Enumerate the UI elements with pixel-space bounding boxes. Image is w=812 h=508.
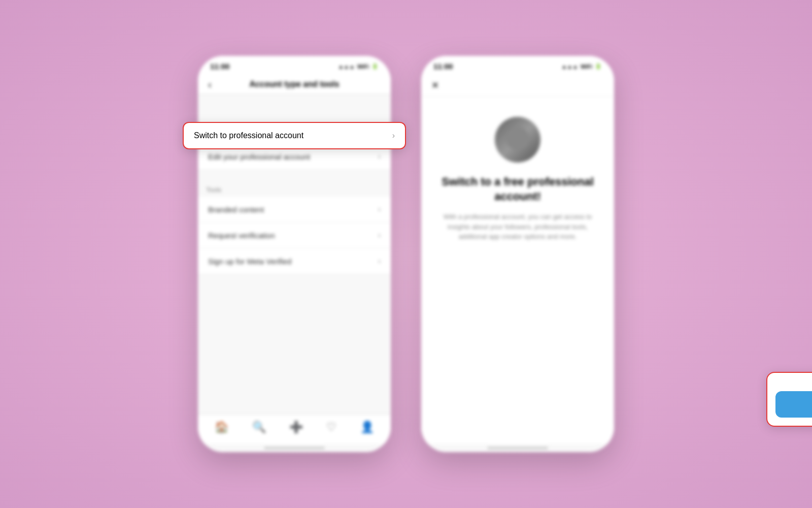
nav-title-1: Account type and tools — [250, 80, 340, 89]
battery-icon: 🔋 — [371, 63, 379, 70]
bottom-nav-1: 🏠 🔍 ➕ ♡ 👤 — [198, 414, 391, 444]
chevron-icon-3: › — [378, 231, 381, 240]
chevron-icon-1: › — [378, 152, 381, 161]
status-time-2: 11:00 — [433, 62, 453, 71]
menu-item-verification-label: Request verification — [208, 231, 275, 240]
section-label-tools: Tools — [198, 178, 391, 197]
wifi-icon: WiFi — [357, 64, 369, 70]
wifi-icon-2: WiFi — [581, 64, 592, 70]
highlight-box-1[interactable]: Switch to professional account › — [183, 122, 406, 149]
home-indicator-1 — [264, 447, 325, 449]
avatar-image — [495, 117, 540, 163]
profile-icon[interactable]: 👤 — [360, 421, 374, 434]
phone2: 11:00 ▲▲▲ WiFi 🔋 ✕ Switch to a free prof… — [421, 56, 614, 452]
promo-title: Switch to a free professional account! — [436, 175, 599, 204]
menu-item-edit-label: Edit your professional account — [208, 152, 310, 161]
chevron-icon-2: › — [378, 205, 381, 214]
home-indicator-2 — [487, 447, 548, 449]
phone2-wrapper: 11:00 ▲▲▲ WiFi 🔋 ✕ Switch to a free prof… — [421, 56, 614, 452]
chevron-icon-4: › — [378, 257, 381, 266]
battery-icon-2: 🔋 — [595, 63, 602, 70]
menu-section-2: Branded content › Request verification ›… — [198, 197, 391, 274]
avatar — [495, 117, 540, 163]
status-icons-1: ▲▲▲ WiFi 🔋 — [338, 63, 379, 70]
continue-button[interactable]: Continue — [775, 391, 812, 418]
status-icons-2: ▲▲▲ WiFi 🔋 — [561, 63, 602, 70]
add-icon[interactable]: ➕ — [289, 421, 303, 434]
menu-item-meta-verified-label: Sign up for Meta Verified — [208, 257, 291, 266]
promo-description: With a professional account, you can get… — [436, 212, 599, 242]
search-icon[interactable]: 🔍 — [252, 421, 266, 434]
status-bar-2: 11:00 ▲▲▲ WiFi 🔋 — [421, 56, 614, 75]
back-button[interactable]: ‹ — [208, 79, 212, 90]
home-icon[interactable]: 🏠 — [215, 421, 228, 434]
nav-bar-2: ✕ — [421, 75, 614, 97]
highlight-chevron-icon: › — [392, 131, 395, 140]
menu-item-branded[interactable]: Branded content › — [198, 197, 391, 223]
switch-professional-label: Switch to professional account — [194, 131, 303, 140]
signal-icon-2: ▲▲▲ — [561, 64, 578, 70]
heart-icon[interactable]: ♡ — [326, 421, 336, 434]
menu-item-branded-label: Branded content — [208, 205, 264, 214]
signal-icon: ▲▲▲ — [338, 64, 355, 70]
menu-item-verification[interactable]: Request verification › — [198, 223, 391, 248]
status-bar-1: 11:00 ▲▲▲ WiFi 🔋 — [198, 56, 391, 75]
promo-content: Switch to a free professional account! W… — [421, 97, 614, 444]
phone1: 11:00 ▲▲▲ WiFi 🔋 ‹ Account type and tool… — [198, 56, 391, 452]
close-button[interactable]: ✕ — [431, 80, 439, 91]
highlight-box-2: Continue — [766, 372, 812, 427]
pagination-dots — [775, 381, 812, 385]
menu-item-meta-verified[interactable]: Sign up for Meta Verified › — [198, 248, 391, 274]
phone1-wrapper: 11:00 ▲▲▲ WiFi 🔋 ‹ Account type and tool… — [198, 56, 391, 452]
status-time-1: 11:00 — [210, 62, 229, 71]
nav-bar-1: ‹ Account type and tools — [198, 75, 391, 94]
